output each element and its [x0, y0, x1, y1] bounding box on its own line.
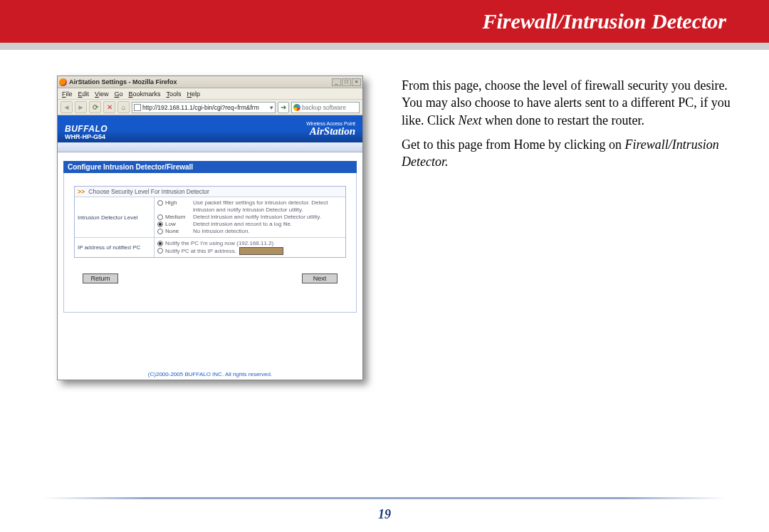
maximize-button[interactable]: □: [342, 78, 351, 86]
notify-current-label: Notify the PC I'm using now (192.168.11.…: [165, 240, 342, 247]
menu-go[interactable]: Go: [114, 90, 122, 98]
section-title: Configure Intrusion Detector/Firewall: [63, 161, 357, 173]
router-model: WHR-HP-G54: [65, 133, 105, 140]
level-radio-group: HighUse packet filter settings for intru…: [157, 199, 342, 235]
radio-icon: [157, 221, 163, 227]
page-body: AirStation Settings - Mozilla Firefox _ …: [0, 50, 769, 380]
return-button[interactable]: Return: [83, 273, 118, 283]
level-description: Detect intrusion and record to a log fil…: [193, 221, 342, 228]
level-label: Medium: [165, 214, 191, 221]
address-bar[interactable]: http://192.168.11.1/cgi-bin/cgi?req=frm&…: [132, 102, 276, 113]
level-label: High: [165, 199, 191, 207]
radio-icon: [157, 229, 163, 234]
row-notified-pc: IP address of notified PC Notify the PC …: [75, 238, 345, 257]
next-button[interactable]: Next: [302, 273, 338, 283]
go-button[interactable]: ➜: [278, 102, 289, 113]
level-description: Detect intrusion and notify Intrusion De…: [193, 214, 342, 221]
notify-radio-group: Notify the PC I'm using now (192.168.11.…: [157, 240, 342, 255]
notify-other-label: Notify PC at this IP address.: [165, 247, 342, 255]
level-caption: >> Choose Security Level For Intrusion D…: [75, 187, 345, 197]
config-panel: >> Choose Security Level For Intrusion D…: [63, 173, 357, 313]
menu-edit[interactable]: Edit: [78, 90, 90, 98]
home-button[interactable]: ⌂: [117, 101, 130, 113]
menu-file[interactable]: File: [62, 90, 73, 98]
google-icon: [293, 104, 300, 111]
window-title: AirStation Settings - Mozilla Firefox: [69, 78, 332, 85]
level-label: None: [165, 228, 191, 235]
row-notified-pc-body: Notify the PC I'm using now (192.168.11.…: [155, 238, 345, 257]
navigation-toolbar: ◄ ► ⟳ ✕ ⌂ http://192.168.11.1/cgi-bin/cg…: [58, 100, 362, 115]
button-row: Return Next: [64, 266, 356, 283]
back-button[interactable]: ◄: [61, 101, 73, 113]
row-notified-pc-label: IP address of notified PC: [75, 238, 155, 257]
notify-other-option[interactable]: Notify PC at this IP address.: [157, 247, 342, 255]
caption-arrows-icon: >>: [78, 188, 85, 195]
level-description: No intrusion detection.: [193, 228, 342, 235]
description-paragraph-1: From this page, choose the level of fire…: [402, 77, 733, 129]
ip-address-input[interactable]: [239, 247, 283, 255]
radio-icon: [157, 200, 163, 206]
router-header: BUFFALO WHR-HP-G54 Wireless Access Point…: [58, 115, 362, 142]
description-paragraph-2: Get to this page from Home by clicking o…: [402, 136, 733, 171]
window-titlebar: AirStation Settings - Mozilla Firefox _ …: [58, 76, 362, 88]
level-option-high[interactable]: HighUse packet filter settings for intru…: [157, 199, 342, 214]
header-tab-strip: [58, 142, 362, 152]
search-text: backup software: [302, 104, 346, 111]
reload-button[interactable]: ⟳: [89, 101, 101, 113]
row-detector-level: Intrusion Detector Level HighUse packet …: [75, 197, 345, 238]
radio-icon: [157, 241, 163, 246]
url-dropdown-icon[interactable]: ▾: [270, 104, 273, 111]
row-detector-level-label: Intrusion Detector Level: [75, 197, 155, 237]
copyright-text: (C)2000-2005 BUFFALO INC. All rights res…: [58, 368, 362, 380]
page-icon: [134, 104, 141, 111]
level-option-medium[interactable]: MediumDetect intrusion and notify Intrus…: [157, 214, 342, 221]
notify-other-text: Notify PC at this IP address.: [165, 248, 236, 254]
notify-current-option[interactable]: Notify the PC I'm using now (192.168.11.…: [157, 240, 342, 247]
minimize-button[interactable]: _: [332, 78, 341, 86]
level-option-none[interactable]: NoneNo intrusion detection.: [157, 228, 342, 235]
firefox-icon: [59, 78, 67, 86]
desc-text: when done to restart the router.: [482, 113, 644, 127]
stop-button[interactable]: ✕: [103, 101, 115, 113]
close-button[interactable]: ×: [352, 78, 361, 86]
buffalo-logo: BUFFALO: [65, 124, 108, 134]
search-box[interactable]: backup software: [291, 102, 360, 113]
page-number: 19: [0, 507, 769, 522]
airstation-text: AirStation: [310, 125, 355, 137]
desc-text: Get to this page from Home by clicking o…: [402, 137, 624, 152]
desc-next-italic: Next: [459, 113, 482, 127]
router-page: BUFFALO WHR-HP-G54 Wireless Access Point…: [58, 115, 362, 380]
level-caption-text: Choose Security Level For Intrusion Dete…: [88, 188, 209, 195]
level-label: Low: [165, 221, 191, 228]
level-option-low[interactable]: LowDetect intrusion and record to a log …: [157, 221, 342, 228]
radio-icon: [157, 214, 163, 220]
menu-help[interactable]: Help: [187, 90, 200, 98]
firefox-window: AirStation Settings - Mozilla Firefox _ …: [57, 75, 363, 380]
radio-icon: [157, 248, 163, 254]
description-column: From this page, choose the level of fire…: [402, 75, 733, 380]
config-table: >> Choose Security Level For Intrusion D…: [74, 186, 346, 258]
url-text: http://192.168.11.1/cgi-bin/cgi?req=frm&…: [142, 104, 259, 111]
window-buttons: _ □ ×: [332, 78, 361, 86]
menu-tools[interactable]: Tools: [166, 90, 181, 98]
title-banner: Firewall/Intrusion Detector: [0, 0, 769, 43]
airstation-label: Wireless Access Point AirStation: [306, 121, 355, 137]
footer-rule: [43, 497, 726, 499]
menu-bookmarks[interactable]: Bookmarks: [128, 90, 160, 98]
menu-view[interactable]: View: [95, 90, 108, 98]
row-detector-level-body: HighUse packet filter settings for intru…: [155, 197, 345, 237]
screenshot-column: AirStation Settings - Mozilla Firefox _ …: [57, 75, 377, 380]
banner-divider: [0, 43, 769, 50]
menu-bar: File Edit View Go Bookmarks Tools Help: [58, 88, 362, 100]
page-title: Firewall/Intrusion Detector: [482, 9, 726, 33]
forward-button[interactable]: ►: [75, 101, 87, 113]
level-description: Use packet filter settings for intrusion…: [193, 199, 342, 214]
